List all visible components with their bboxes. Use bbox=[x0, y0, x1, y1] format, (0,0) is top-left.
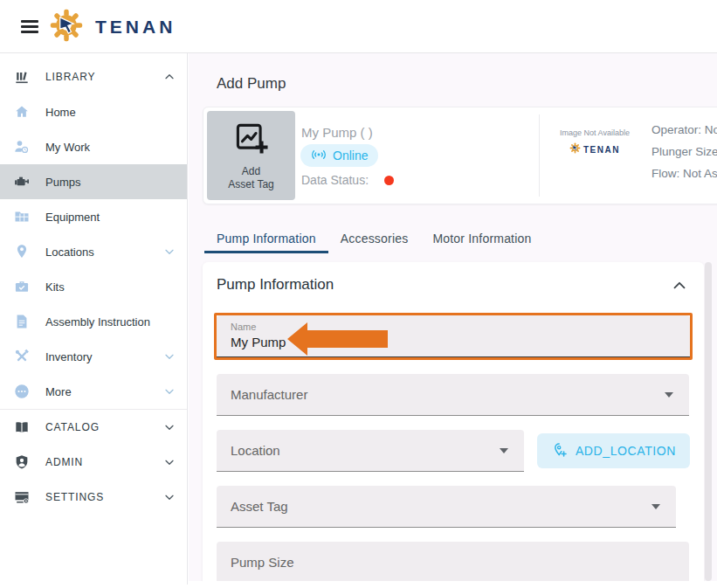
library-icon bbox=[12, 67, 31, 86]
tab-bar: Pump InformationAccessoriesMotor Informa… bbox=[204, 226, 544, 253]
tab-accessories[interactable]: Accessories bbox=[328, 226, 421, 253]
signal-icon bbox=[311, 148, 327, 163]
sidebar-item-assembly-instruction[interactable]: Assembly Instruction bbox=[0, 304, 187, 339]
chevron-down-icon[interactable] bbox=[162, 455, 176, 469]
add-location-label: ADD_LOCATION bbox=[576, 444, 676, 458]
brand-logo: TENAN bbox=[49, 8, 176, 46]
more-icon bbox=[12, 382, 31, 401]
sidebar-item-label: Equipment bbox=[45, 211, 100, 224]
kits-icon bbox=[12, 277, 31, 296]
highlight-annotation: NameMy Pump bbox=[214, 313, 693, 360]
chevron-down-icon[interactable] bbox=[162, 420, 176, 434]
sidebar-item-label: SETTINGS bbox=[45, 491, 104, 503]
image-not-available-label: Image Not Available bbox=[548, 128, 642, 137]
field-label: Manufacturer bbox=[231, 387, 307, 402]
online-status-badge: Online bbox=[300, 144, 378, 167]
field-row-with-action: LocationADD_LOCATION bbox=[217, 430, 690, 486]
tab-motor-information[interactable]: Motor Information bbox=[420, 226, 543, 253]
section-title: Pump Information bbox=[217, 276, 334, 294]
pump-summary-card: Add Asset Tag My Pump ( ) Online Data St… bbox=[203, 107, 717, 204]
pump-detail-lines: Operator: Not AssignedPlunger Size: Not … bbox=[652, 119, 717, 184]
chevron-down-icon[interactable] bbox=[162, 349, 176, 363]
sidebar-item-catalog[interactable]: CATALOG bbox=[0, 410, 187, 445]
chevron-up-icon[interactable] bbox=[162, 70, 176, 84]
sidebar-item-admin[interactable]: ADMIN bbox=[0, 445, 187, 480]
sidebar-item-kits[interactable]: Kits bbox=[0, 269, 187, 304]
mini-brand-gear-icon bbox=[569, 142, 581, 157]
chevron-up-icon bbox=[670, 285, 689, 298]
sidebar-item-label: Inventory bbox=[45, 350, 92, 363]
field-label: Location bbox=[231, 443, 280, 458]
sidebar-item-my-work[interactable]: My Work bbox=[0, 129, 187, 164]
catalog-icon bbox=[12, 418, 31, 437]
field-pump-size[interactable]: Pump Size bbox=[217, 542, 689, 581]
field-label: Name bbox=[231, 322, 256, 332]
sidebar-item-home[interactable]: Home bbox=[0, 94, 187, 129]
detail-line: Flow: Not Assigned bbox=[652, 163, 717, 184]
sidebar: LIBRARYHomeMy WorkPumpsEquipmentLocation… bbox=[0, 52, 188, 585]
sidebar-item-more[interactable]: More bbox=[0, 374, 187, 409]
sidebar-item-library[interactable]: LIBRARY bbox=[0, 59, 187, 94]
data-status-label: Data Status: bbox=[301, 173, 369, 187]
sidebar-item-equipment[interactable]: Equipment bbox=[0, 199, 187, 234]
dropdown-caret-icon bbox=[652, 504, 660, 509]
sidebar-item-label: LIBRARY bbox=[45, 71, 95, 83]
pump-information-panel: Pump Information NameMy PumpManufacturer… bbox=[203, 262, 704, 581]
form-fields: NameMy PumpManufacturerLocationADD_LOCAT… bbox=[217, 313, 690, 581]
sidebar-item-label: Locations bbox=[45, 246, 94, 259]
page-title: Add Pump bbox=[217, 75, 286, 93]
menu-icon[interactable] bbox=[21, 20, 38, 33]
field-label: Pump Size bbox=[231, 555, 294, 570]
detail-line: Plunger Size: Not Assigned bbox=[652, 141, 717, 163]
collapse-section-button[interactable] bbox=[669, 276, 690, 297]
sidebar-item-label: Kits bbox=[45, 280, 65, 294]
chevron-down-icon[interactable] bbox=[162, 490, 176, 504]
topbar: TENAN bbox=[0, 0, 717, 53]
dropdown-caret-icon bbox=[500, 448, 508, 453]
my-work-icon bbox=[12, 137, 31, 156]
sidebar-item-label: Assembly Instruction bbox=[45, 315, 150, 329]
pump-name: My Pump ( ) bbox=[301, 125, 373, 140]
field-location[interactable]: Location bbox=[217, 430, 524, 472]
equipment-icon bbox=[12, 207, 31, 226]
settings-icon bbox=[12, 488, 31, 507]
online-label: Online bbox=[333, 149, 368, 163]
pumps-icon bbox=[12, 172, 31, 191]
mini-brand-logo: TENAN bbox=[569, 142, 620, 157]
add-asset-tag-label-line1: Add bbox=[242, 165, 260, 178]
brand-gear-icon bbox=[49, 8, 84, 46]
sidebar-item-inventory[interactable]: Inventory bbox=[0, 339, 187, 374]
chevron-down-icon[interactable] bbox=[162, 245, 176, 259]
main-content: Add Pump Add Asset Tag My Pump ( ) Onlin… bbox=[189, 52, 717, 581]
data-status: Data Status: bbox=[301, 173, 394, 187]
sidebar-item-label: Home bbox=[45, 106, 76, 119]
locations-icon bbox=[12, 242, 31, 261]
add-location-button[interactable]: ADD_LOCATION bbox=[537, 433, 690, 468]
scrollbar[interactable] bbox=[705, 262, 712, 581]
tab-pump-information[interactable]: Pump Information bbox=[204, 226, 328, 253]
dropdown-caret-icon bbox=[665, 392, 673, 398]
assembly-icon bbox=[12, 312, 31, 331]
sidebar-item-locations[interactable]: Locations bbox=[0, 234, 187, 269]
image-placeholder: Image Not Available TENAN bbox=[548, 128, 642, 157]
add-asset-tag-label-line2: Asset Tag bbox=[228, 178, 273, 191]
admin-icon bbox=[12, 453, 31, 472]
field-value: My Pump bbox=[231, 335, 286, 349]
field-label: Asset Tag bbox=[231, 499, 288, 514]
add-location-icon bbox=[551, 441, 569, 461]
add-image-icon bbox=[232, 120, 271, 165]
detail-line: Operator: Not Assigned bbox=[652, 119, 717, 141]
sidebar-item-settings[interactable]: SETTINGS bbox=[0, 480, 187, 515]
app-root: TENAN LIBRARYHomeMy WorkPumpsEquipmentLo… bbox=[0, 0, 717, 585]
home-icon bbox=[12, 102, 31, 121]
brand-name: TENAN bbox=[95, 17, 176, 38]
sidebar-item-label: Pumps bbox=[45, 176, 80, 189]
field-asset-tag[interactable]: Asset Tag bbox=[217, 486, 676, 528]
sidebar-item-label: ADMIN bbox=[45, 456, 83, 468]
field-manufacturer[interactable]: Manufacturer bbox=[217, 374, 689, 416]
panel-header: Pump Information bbox=[217, 276, 690, 313]
field-name[interactable]: NameMy Pump bbox=[217, 315, 690, 357]
add-asset-tag-button[interactable]: Add Asset Tag bbox=[207, 111, 295, 200]
sidebar-item-pumps[interactable]: Pumps bbox=[0, 164, 187, 199]
chevron-down-icon[interactable] bbox=[162, 384, 176, 398]
